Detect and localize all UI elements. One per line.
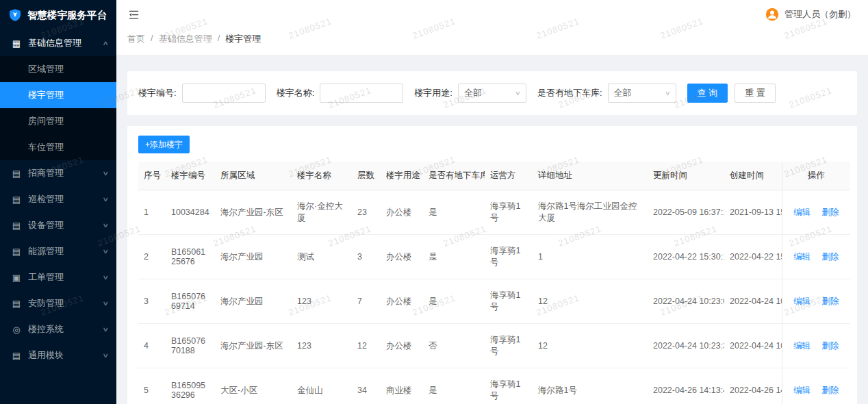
breadcrumb-home[interactable]: 首页	[127, 33, 145, 45]
delete-link[interactable]: 删除	[821, 296, 839, 306]
cell-operator: 海享骑1号	[485, 235, 533, 279]
cell-created: 2022-04-24 10:2	[724, 279, 782, 324]
sidebar-group-security[interactable]: ▤ 安防管理 ∨	[0, 290, 116, 316]
col-area: 所属区域	[215, 162, 292, 190]
menu-fold-icon[interactable]	[129, 10, 139, 20]
sidebar-group-inspection[interactable]: ▤ 巡检管理 ∨	[0, 186, 116, 212]
usage-select[interactable]: 全部 ∨	[458, 84, 526, 103]
building-name-input[interactable]	[320, 84, 403, 103]
cell-address: 12	[533, 324, 648, 368]
building-no-input[interactable]	[182, 84, 266, 103]
sidebar-item-parking-mgmt[interactable]: 车位管理	[0, 134, 116, 160]
sidebar-group-workorder[interactable]: ▣ 工单管理 ∨	[0, 264, 116, 290]
garage-select-value: 全部	[614, 87, 632, 99]
cell-created: 2021-09-13 15:4	[724, 190, 782, 235]
col-actions: 操作	[782, 162, 850, 190]
garage-select[interactable]: 全部 ∨	[608, 84, 676, 103]
delete-link[interactable]: 删除	[821, 341, 839, 351]
app-root: 智慧楼宇服务平台 ▦ 基础信息管理 ∧ 区域管理 楼宇管理 房间管理 车位管理 …	[0, 0, 868, 404]
col-garage: 是否有地下车库	[423, 162, 485, 190]
sidebar-group-common[interactable]: ▤ 通用模块 ∨	[0, 342, 116, 368]
sidebar-group-investment[interactable]: ▤ 招商管理 ∨	[0, 160, 116, 186]
cell-operator: 海享骑1号	[485, 368, 533, 404]
edit-link[interactable]: 编辑	[793, 341, 810, 351]
cell-area: 海尔产业园-东区	[215, 324, 292, 368]
cell-building-name: 123	[292, 324, 352, 368]
reset-button[interactable]: 重 置	[735, 84, 776, 103]
edit-link[interactable]: 编辑	[793, 296, 810, 306]
sidebar-group-energy[interactable]: ▤ 能源管理 ∨	[0, 238, 116, 264]
chevron-down-icon: ∨	[103, 300, 110, 307]
sidebar: 智慧楼宇服务平台 ▦ 基础信息管理 ∧ 区域管理 楼宇管理 房间管理 车位管理 …	[0, 0, 116, 404]
cell-floors: 12	[352, 324, 381, 368]
col-index: 序号	[138, 162, 166, 190]
cell-index: 1	[138, 190, 166, 235]
cell-garage: 是	[423, 279, 485, 324]
delete-link[interactable]: 删除	[821, 386, 839, 395]
breadcrumb: 首页 / 基础信息管理 / 楼宇管理	[116, 29, 868, 55]
sidebar-item-region-mgmt[interactable]: 区域管理	[0, 56, 116, 82]
cell-updated: 2022-04-26 14:13:49	[648, 368, 724, 404]
table-card: +添加楼宇 序号 楼宇编号 所属区域 楼宇名称 层数	[127, 126, 857, 404]
cell-building-no: B16509536296	[166, 368, 215, 404]
cell-address: 12	[533, 279, 648, 324]
cell-garage: 是	[423, 190, 485, 235]
sidebar-group-basic-info[interactable]: ▦ 基础信息管理 ∧	[0, 30, 116, 56]
sidebar-group-building-control[interactable]: ◎ 楼控系统 ∨	[0, 316, 116, 342]
cell-building-no: B16507670188	[166, 324, 215, 368]
table-header-row: 序号 楼宇编号 所属区域 楼宇名称 层数 楼宇用途 是否有地下车库 运营方 详细…	[138, 162, 850, 190]
edit-link[interactable]: 编辑	[793, 252, 810, 262]
sidebar-group-equipment[interactable]: ▤ 设备管理 ∨	[0, 212, 116, 238]
top-header: 管理人员（勿删）	[116, 0, 868, 29]
cell-usage: 办公楼	[381, 324, 423, 368]
cell-created: 2022-04-24 10:2	[724, 324, 782, 368]
cell-operator: 海享骑1号	[485, 279, 533, 324]
edit-link[interactable]: 编辑	[793, 207, 810, 217]
cell-building-no: B16506125676	[166, 235, 215, 279]
cell-garage: 否	[423, 324, 485, 368]
delete-link[interactable]: 删除	[821, 207, 839, 217]
content-area: 楼宇编号: 楼宇名称: 楼宇用途: 全部 ∨ 是否有地下车库:	[116, 55, 868, 404]
cell-updated: 2022-04-24 10:23:38	[648, 324, 724, 368]
control-icon: ◎	[11, 325, 22, 335]
col-updated: 更新时间	[648, 162, 724, 190]
chevron-down-icon: ∨	[665, 90, 671, 97]
breadcrumb-separator: /	[151, 33, 153, 45]
chevron-down-icon: ∨	[103, 248, 110, 255]
table-row: 1 10034284 海尔产业园-东区 海尔·金控大厦 23 办公楼 是 海享骑…	[138, 190, 850, 235]
table-row: 5 B16509536296 大区-小区 金仙山 34 商业楼 是 海享骑1号 …	[138, 368, 850, 404]
app-logo: 智慧楼宇服务平台	[0, 0, 116, 30]
sidebar-item-building-mgmt[interactable]: 楼宇管理	[0, 82, 116, 108]
delete-link[interactable]: 删除	[821, 252, 839, 262]
building-name-label: 楼宇名称:	[277, 87, 315, 99]
cell-created: 2022-04-22 15:2	[724, 235, 782, 279]
sidebar-item-room-mgmt[interactable]: 房间管理	[0, 108, 116, 134]
cell-actions: 编辑删除	[782, 324, 850, 368]
cell-garage: 是	[423, 368, 485, 404]
edit-link[interactable]: 编辑	[793, 386, 810, 395]
buildings-table: 序号 楼宇编号 所属区域 楼宇名称 层数 楼宇用途 是否有地下车库 运营方 详细…	[138, 162, 850, 404]
sidebar-menu: ▦ 基础信息管理 ∧ 区域管理 楼宇管理 房间管理 车位管理 ▤ 招商管理 ∨ …	[0, 30, 116, 368]
shield-logo-icon	[8, 8, 22, 22]
breadcrumb-separator: /	[218, 33, 220, 45]
user-menu[interactable]: 管理人员（勿删）	[765, 8, 856, 21]
main-area: 管理人员（勿删） 首页 / 基础信息管理 / 楼宇管理 楼宇编号: 楼宇名称:	[116, 0, 868, 404]
cell-usage: 办公楼	[381, 235, 423, 279]
cell-building-no: 10034284	[166, 190, 215, 235]
building-no-label: 楼宇编号:	[138, 87, 177, 99]
cell-area: 海尔产业园	[215, 235, 292, 279]
breadcrumb-basic-info[interactable]: 基础信息管理	[159, 33, 212, 45]
col-usage: 楼宇用途	[381, 162, 423, 190]
cell-updated: 2022-04-24 10:23:08	[648, 279, 724, 324]
cell-floors: 3	[352, 235, 381, 279]
user-name: 管理人员（勿删）	[784, 8, 856, 21]
chevron-down-icon: ∨	[103, 222, 110, 229]
col-created: 创建时间	[724, 162, 782, 190]
cell-building-name: 测试	[292, 235, 352, 279]
breadcrumb-current: 楼宇管理	[225, 33, 261, 45]
col-floors: 层数	[352, 162, 381, 190]
list-icon: ▤	[11, 351, 22, 361]
add-building-button[interactable]: +添加楼宇	[138, 136, 190, 153]
search-button[interactable]: 查 询	[687, 84, 728, 103]
cell-actions: 编辑删除	[782, 235, 850, 279]
